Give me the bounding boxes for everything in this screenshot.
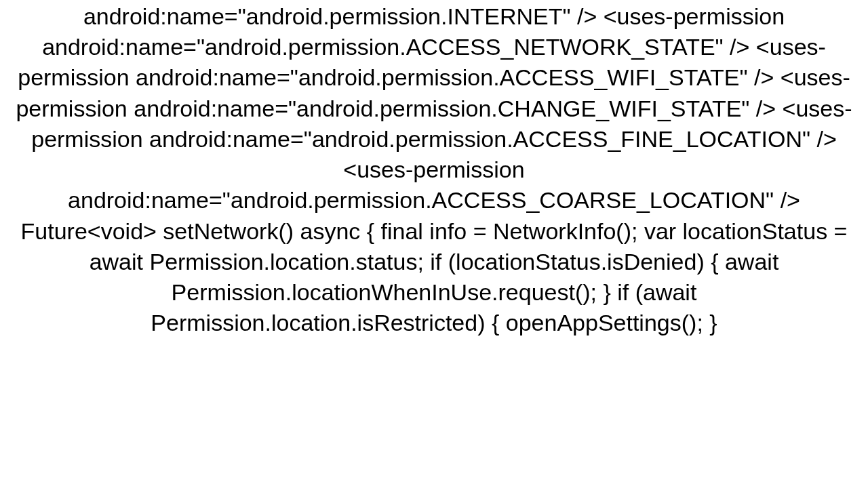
document-body: android:name="android.permission.INTERNE… [0, 0, 868, 488]
code-snippet-text: android:name="android.permission.INTERNE… [7, 0, 861, 338]
